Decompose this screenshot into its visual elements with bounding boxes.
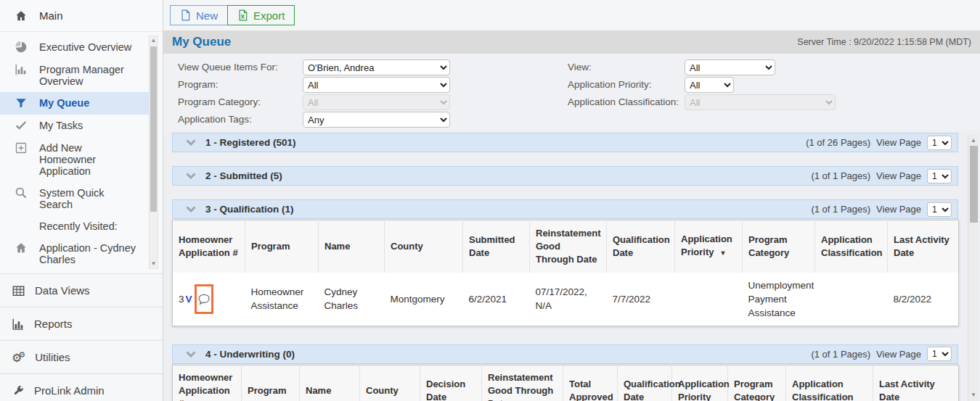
sidebar-item-main[interactable]: Main bbox=[0, 0, 163, 32]
sidebar-item-data-views[interactable]: Data Views bbox=[0, 273, 163, 307]
cell-application-number: 3 V bbox=[173, 273, 245, 326]
application-number: 3 bbox=[179, 292, 184, 306]
sidebar-item-label: Reports bbox=[34, 318, 73, 330]
cell-application-classification bbox=[815, 273, 888, 326]
scroll-down-icon[interactable]: ▼ bbox=[150, 260, 158, 268]
cell-qualification-date: 7/7/2022 bbox=[607, 273, 675, 326]
filter-icon bbox=[15, 96, 28, 109]
filter-label-program: Program: bbox=[178, 79, 219, 90]
column-header[interactable]: Program bbox=[242, 365, 300, 401]
sidebar-item-label: My Queue bbox=[39, 97, 89, 109]
column-header[interactable]: Reinstatement Good Through Date bbox=[482, 365, 563, 401]
cell-program: Homeowner Assistance bbox=[245, 273, 319, 326]
cell-application-priority bbox=[675, 273, 743, 326]
main-scrollbar[interactable]: ▲ ▼ bbox=[968, 134, 979, 401]
column-header[interactable]: Homeowner Application # bbox=[173, 365, 242, 401]
sidebar-recently-visited-label: Recently Visited: bbox=[0, 215, 149, 237]
page-select-registered[interactable]: 1 bbox=[927, 136, 952, 150]
column-header[interactable]: Total Approved bbox=[563, 365, 618, 401]
filter-label-program-category: Program Category: bbox=[178, 96, 261, 107]
bar-chart-icon bbox=[15, 63, 28, 76]
column-header[interactable]: Program Category bbox=[743, 220, 815, 273]
sidebar-nav: Executive Overview Program Manager Overv… bbox=[0, 32, 163, 273]
column-header[interactable]: Decision Date bbox=[420, 365, 482, 401]
scroll-up-icon[interactable]: ▲ bbox=[968, 136, 979, 145]
cell-reinstatement-date: 07/17/2022, N/A bbox=[530, 273, 607, 326]
pages-count: (1 of 26 Pages) bbox=[806, 137, 870, 148]
page-select-qualification[interactable]: 1 bbox=[927, 202, 952, 217]
view-link[interactable]: V bbox=[186, 292, 192, 306]
column-header[interactable]: Application Classification bbox=[815, 220, 888, 273]
column-header[interactable]: Program Category bbox=[728, 365, 786, 401]
new-button[interactable]: New bbox=[170, 5, 228, 25]
column-header[interactable]: Qualification Date bbox=[607, 220, 675, 273]
sidebar-item-utilities[interactable]: ⚙⚙ Utilities bbox=[0, 340, 163, 373]
table-row: 3 V Homeowner Assistance Cydney Charles … bbox=[173, 273, 959, 326]
pager: (1 of 1 Pages) View Page 1 bbox=[811, 347, 952, 361]
column-header[interactable]: Reinstatement Good Through Date bbox=[530, 220, 607, 273]
scroll-up-icon[interactable]: ▲ bbox=[150, 36, 158, 45]
sidebar-scrollbar[interactable]: ▲ ▼ bbox=[149, 36, 158, 269]
sidebar-item-my-queue[interactable]: My Queue bbox=[0, 92, 149, 115]
section-header-qualification[interactable]: 3 - Qualification (1) (1 of 1 Pages) Vie… bbox=[172, 199, 958, 219]
chevron-down-icon bbox=[186, 139, 196, 146]
main-scrollbar-thumb[interactable] bbox=[970, 146, 978, 223]
table-header-row: Homeowner Application # Program Name Cou… bbox=[173, 220, 959, 273]
application-tags-select[interactable]: Any bbox=[303, 112, 450, 128]
column-header-application-priority[interactable]: Application Priority▼ bbox=[675, 220, 743, 273]
column-header[interactable]: Homeowner Application # bbox=[173, 220, 245, 273]
view-queue-items-for-select[interactable]: O'Brien, Andrea bbox=[303, 59, 450, 75]
page-select-submitted[interactable]: 1 bbox=[927, 169, 952, 183]
sidebar-item-executive-overview[interactable]: Executive Overview bbox=[0, 36, 149, 59]
page-select-underwriting[interactable]: 1 bbox=[927, 347, 952, 361]
sidebar-item-label: Application - Cydney Charles bbox=[39, 242, 139, 265]
export-button-label: Export bbox=[253, 9, 285, 22]
section-header-registered[interactable]: 1 - Registered (501) (1 of 26 Pages) Vie… bbox=[172, 133, 958, 152]
filter-label-view-queue-items-for: View Queue Items For: bbox=[178, 62, 278, 73]
sidebar-item-prolink-admin[interactable]: ProLink Admin bbox=[0, 373, 163, 401]
sidebar-item-add-new-homeowner-application[interactable]: Add New Homeowner Application bbox=[0, 137, 149, 182]
new-button-label: New bbox=[196, 9, 218, 22]
column-header[interactable]: Qualification Date bbox=[618, 365, 672, 401]
pager: (1 of 26 Pages) View Page 1 bbox=[806, 136, 952, 150]
section-header-underwriting[interactable]: 4 - Underwriting (0) (1 of 1 Pages) View… bbox=[172, 344, 958, 364]
export-button[interactable]: Export bbox=[227, 5, 295, 25]
section-title: 1 - Registered (501) bbox=[205, 137, 296, 148]
column-header[interactable]: Last Activity Date bbox=[888, 220, 959, 273]
pages-count: (1 of 1 Pages) bbox=[811, 170, 870, 181]
underwriting-table: Homeowner Application # Program Name Cou… bbox=[172, 365, 959, 401]
sidebar-item-program-manager-overview[interactable]: Program Manager Overview bbox=[0, 59, 149, 92]
sidebar-item-application-cydney-charles[interactable]: Application - Cydney Charles bbox=[0, 237, 149, 270]
column-header[interactable]: Submitted Date bbox=[463, 220, 530, 273]
sidebar-scrollbar-thumb[interactable] bbox=[150, 46, 157, 212]
filters-panel: View Queue Items For: O'Brien, Andrea Pr… bbox=[163, 54, 980, 131]
sidebar-item-my-tasks[interactable]: My Tasks bbox=[0, 115, 149, 137]
cell-last-activity-date: 8/2/2022 bbox=[888, 273, 959, 326]
section-title: 4 - Underwriting (0) bbox=[205, 349, 295, 360]
view-page-label: View Page bbox=[876, 349, 921, 360]
column-header[interactable]: Application Classification bbox=[786, 365, 873, 401]
comment-bubble-icon[interactable] bbox=[197, 293, 211, 305]
sidebar-item-application-jack-douglas[interactable]: Application - Jack Douglas bbox=[0, 270, 149, 273]
cell-name: Cydney Charles bbox=[319, 273, 385, 326]
page-title-bar: My Queue Server Time : 9/20/2022 1:15:58… bbox=[163, 30, 980, 54]
section-header-submitted[interactable]: 2 - Submitted (5) (1 of 1 Pages) View Pa… bbox=[172, 166, 958, 186]
pages-count: (1 of 1 Pages) bbox=[811, 349, 870, 360]
sidebar-item-system-quick-search[interactable]: System Quick Search bbox=[0, 182, 149, 215]
sidebar-item-label: My Tasks bbox=[39, 120, 83, 131]
program-select[interactable]: All bbox=[303, 77, 450, 93]
column-header[interactable]: Name bbox=[319, 220, 385, 273]
column-header[interactable]: County bbox=[385, 220, 463, 273]
view-select[interactable]: All bbox=[685, 59, 775, 75]
column-header[interactable]: Program bbox=[245, 220, 319, 273]
pages-count: (1 of 1 Pages) bbox=[811, 204, 870, 215]
chevron-down-icon bbox=[186, 173, 196, 179]
scroll-down-icon[interactable]: ▼ bbox=[968, 390, 979, 400]
column-header[interactable]: Application Priority bbox=[672, 365, 728, 401]
column-header[interactable]: Name bbox=[300, 365, 360, 401]
queue-sections: 1 - Registered (501) (1 of 26 Pages) Vie… bbox=[163, 131, 980, 401]
column-header[interactable]: County bbox=[360, 365, 420, 401]
column-header[interactable]: Last Activity Date bbox=[873, 365, 959, 401]
sidebar-item-reports[interactable]: Reports bbox=[0, 307, 163, 340]
application-priority-select[interactable]: All bbox=[685, 77, 734, 93]
